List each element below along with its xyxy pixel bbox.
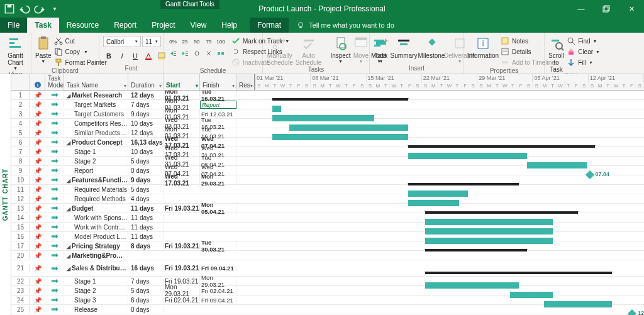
timescale[interactable]: 01 Mar '2108 Mar '2115 Mar '2122 Mar '21…	[255, 74, 644, 90]
italic-button[interactable]: I	[116, 50, 128, 62]
finish-cell[interactable]: Fri 09.04.21	[200, 265, 236, 272]
summary-button[interactable]: Summary	[391, 36, 416, 59]
duration-cell[interactable]: 9 days	[128, 177, 164, 184]
indicator-cell[interactable]: 📌	[30, 177, 45, 184]
scroll-to-task-button[interactable]: Scroll to Task	[548, 36, 564, 73]
indicator-cell[interactable]: 📌	[30, 265, 45, 272]
row-number[interactable]: 16	[11, 233, 30, 240]
tell-me-search[interactable]: Tell me what you want to do	[296, 18, 394, 33]
task-name-cell[interactable]: Required Methods	[64, 196, 128, 202]
add-timeline-button[interactable]: Add to Timeline	[501, 57, 555, 67]
link-button[interactable]	[191, 48, 203, 59]
close-button[interactable]: ✕	[619, 0, 644, 18]
duration-cell[interactable]: 11 days	[128, 205, 164, 212]
gantt-bar[interactable]	[544, 301, 612, 307]
indicator-cell[interactable]: 📌	[30, 92, 45, 99]
row-number[interactable]: 8	[11, 158, 30, 165]
task-mode-cell[interactable]	[45, 278, 64, 284]
task-name-cell[interactable]: Model Product Life Cycle	[64, 233, 128, 240]
duration-cell[interactable]: 6 days	[128, 297, 164, 304]
finish-cell[interactable]: Tue 30.03.21	[200, 239, 236, 253]
task-name-cell[interactable]: ◢Product Concept	[64, 139, 128, 146]
task-name-cell[interactable]: Work with Contractors	[64, 224, 128, 231]
duration-cell[interactable]: 5 days	[128, 158, 164, 165]
task-mode-cell[interactable]	[45, 252, 64, 258]
progress-50-button[interactable]: 50	[191, 36, 203, 47]
duration-cell[interactable]: 11 days	[128, 224, 164, 231]
undo-icon[interactable]	[19, 3, 30, 14]
milestone-button[interactable]: Milestone	[419, 36, 444, 59]
manually-schedule-button[interactable]: Manually Schedule	[267, 36, 293, 66]
row-number[interactable]: 20	[11, 252, 30, 259]
task-row[interactable]: 1📌◢Market Research12 daysMon 01.03.21Tue…	[11, 91, 644, 100]
task-name-cell[interactable]: Release	[64, 306, 128, 313]
task-mode-cell[interactable]	[45, 205, 64, 211]
finish-cell[interactable]: Mon 29.03.21	[200, 173, 236, 187]
task-mode-cell[interactable]	[45, 186, 64, 192]
row-number[interactable]: 25	[11, 306, 30, 313]
gantt-bar[interactable]	[272, 106, 281, 112]
task-name-cell[interactable]: Report	[64, 167, 128, 174]
task-name-cell[interactable]: Stage 1	[64, 278, 128, 285]
minimize-button[interactable]: —	[569, 0, 594, 18]
task-mode-cell[interactable]	[45, 111, 64, 117]
clear-button[interactable]: Clear ▼	[567, 47, 600, 57]
task-name-cell[interactable]: Stage 1	[64, 148, 128, 155]
deliverable-button[interactable]: Deliverable▼	[447, 36, 473, 64]
row-number[interactable]: 6	[11, 139, 30, 146]
tab-resource[interactable]: Resource	[59, 18, 106, 33]
task-row[interactable]: 22📌Stage 17 daysFri 19.03.21Mon 29.03.21	[11, 277, 644, 286]
indicator-cell[interactable]: 📌	[30, 214, 45, 221]
task-mode-cell[interactable]	[45, 306, 64, 312]
restore-button[interactable]	[594, 0, 619, 18]
task-mode-cell[interactable]	[45, 92, 64, 98]
duration-cell[interactable]: 16,13 days	[128, 139, 164, 146]
task-mode-cell[interactable]	[45, 148, 64, 155]
duration-cell[interactable]: 10 days	[128, 120, 164, 127]
tab-help[interactable]: Help	[214, 18, 245, 33]
task-name-cell[interactable]: Stage 3	[64, 297, 128, 304]
indicator-cell[interactable]: 📌	[30, 186, 45, 193]
task-name-cell[interactable]: Target Customers	[64, 111, 128, 118]
indicator-cell[interactable]: 📌	[30, 287, 45, 294]
save-icon[interactable]	[4, 3, 15, 14]
task-row[interactable]: 2📌Target Markets7 daysMon 01.03.21Report	[11, 100, 644, 109]
task-row[interactable]: 14📌Work with Sponsors11 days	[11, 213, 644, 223]
col-task-mode[interactable]: Task Mode▾	[45, 74, 64, 90]
underline-button[interactable]: U	[130, 50, 141, 62]
indicator-cell[interactable]: 📌	[30, 139, 45, 146]
auto-schedule-button[interactable]: Auto Schedule	[296, 36, 322, 66]
indicator-cell[interactable]: 📌	[30, 306, 45, 313]
font-color-button[interactable]	[143, 50, 154, 62]
duration-cell[interactable]: 7 days	[128, 101, 164, 108]
progress-0-button[interactable]: 0%	[167, 36, 179, 47]
row-number[interactable]: 11	[11, 186, 30, 193]
row-number[interactable]: 5	[11, 130, 30, 136]
tab-task[interactable]: Task	[27, 18, 58, 33]
tab-report[interactable]: Report	[106, 18, 144, 33]
task-row[interactable]: 7📌Stage 110 daysWed 17.03.21Wed 31.03.21	[11, 147, 644, 157]
duration-cell[interactable]: 9 days	[128, 111, 164, 118]
milestone-diamond[interactable]	[628, 309, 636, 315]
task-name-cell[interactable]: ◢Features&Functions	[64, 177, 128, 184]
row-number[interactable]: 9	[11, 167, 30, 174]
task-row[interactable]: 21📌◢Sales & Distribution Strategy16 days…	[11, 260, 644, 277]
task-mode-cell[interactable]	[45, 196, 64, 202]
gantt-bar[interactable]	[408, 153, 527, 159]
gantt-bar[interactable]	[408, 145, 595, 148]
indicator-cell[interactable]: 📌	[30, 278, 45, 285]
indicator-cell[interactable]: 📌	[30, 101, 45, 108]
task-mode-cell[interactable]	[45, 167, 64, 174]
task-name-cell[interactable]: ◢Budget	[64, 205, 128, 212]
row-number[interactable]: 17	[11, 243, 30, 250]
outdent-button[interactable]	[167, 48, 179, 59]
task-name-cell[interactable]: Target Markets	[64, 101, 128, 108]
start-cell[interactable]: Mon 29.03.21	[164, 284, 200, 297]
gantt-chart-button[interactable]: Gantt Chart▼	[4, 36, 27, 71]
task-mode-cell[interactable]	[45, 233, 64, 240]
tab-file[interactable]: File	[0, 18, 27, 33]
task-row[interactable]: 12📌Required Methods4 days	[11, 194, 644, 204]
indicator-cell[interactable]: 📌	[30, 130, 45, 136]
gantt-bar[interactable]	[425, 228, 553, 235]
col-task-name[interactable]: Task Name▾	[64, 74, 128, 90]
